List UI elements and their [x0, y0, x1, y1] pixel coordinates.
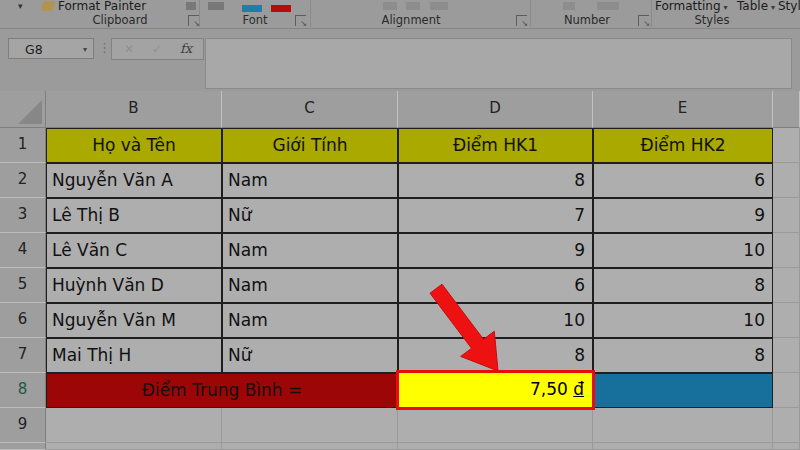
cell-F4[interactable] [773, 233, 800, 268]
cell-D2[interactable]: 8 [398, 163, 593, 198]
cell-C7[interactable]: Nữ [222, 338, 398, 373]
cell-B5[interactable]: Huỳnh Văn D [46, 268, 222, 303]
cell-E5[interactable]: 8 [593, 268, 773, 303]
cell-B3[interactable]: Lê Thị B [46, 198, 222, 233]
cell-C1[interactable]: Giới Tính [222, 128, 398, 163]
font-launcher-icon[interactable]: ↘ [295, 15, 306, 26]
cell-B1[interactable]: Họ và Tên [46, 128, 222, 163]
row-header-7[interactable]: 7 [0, 338, 46, 373]
number-launcher-icon[interactable]: ↘ [638, 15, 649, 26]
cell-F9[interactable] [773, 408, 800, 443]
formula-bar-input[interactable] [205, 38, 792, 89]
cell-B6[interactable]: Nguyễn Văn M [46, 303, 222, 338]
cell-C5[interactable]: Nam [222, 268, 398, 303]
cell-D3[interactable]: 7 [398, 198, 593, 233]
paste-dropdown-icon[interactable]: ▾ [18, 1, 23, 11]
cell-F7[interactable] [773, 338, 800, 373]
cell-B2[interactable]: Nguyễn Văn A [46, 163, 222, 198]
align-center-icon[interactable] [406, 2, 420, 10]
row-header-4[interactable]: 4 [0, 233, 46, 268]
group-divider [199, 0, 200, 27]
row-header-3[interactable]: 3 [0, 198, 46, 233]
formula-bar-grip-icon[interactable]: ⋮ [98, 40, 111, 55]
cell-D6[interactable]: 10 [398, 303, 593, 338]
cell-E7[interactable]: 8 [593, 338, 773, 373]
cell-C9[interactable] [222, 408, 398, 443]
cell-C2[interactable]: Nam [222, 163, 398, 198]
cell-C4[interactable]: Nam [222, 233, 398, 268]
cell-D4[interactable]: 9 [398, 233, 593, 268]
ribbon: ▾ Format Painter Formatting▾ Table▾ Styl… [0, 0, 800, 29]
select-all-button[interactable] [0, 91, 46, 128]
row-header-6[interactable]: 6 [0, 303, 46, 338]
cell-B7[interactable]: Mai Thị H [46, 338, 222, 373]
cell-F5[interactable] [773, 268, 800, 303]
cell-F2[interactable] [773, 163, 800, 198]
underline-icon[interactable] [208, 2, 224, 10]
average-value: 7,50 [530, 379, 568, 399]
row-header-9[interactable]: 9 [0, 408, 46, 443]
merge-center-icon[interactable] [430, 2, 448, 10]
launcher-arrow-icon: ↘ [521, 20, 528, 28]
cell-E2[interactable]: 6 [593, 163, 773, 198]
clipboard-launcher-icon[interactable]: ↘ [188, 15, 199, 26]
format-painter-button[interactable]: Format Painter [58, 0, 146, 13]
name-box-value: G8 [25, 42, 43, 57]
cell-F1[interactable] [773, 128, 800, 163]
cell-F8[interactable] [773, 373, 800, 408]
cell-F10[interactable] [773, 443, 800, 450]
cell-F6[interactable] [773, 303, 800, 338]
name-box[interactable]: G8 ▾ [8, 38, 94, 59]
font-color-icon[interactable] [271, 5, 291, 12]
cell-E8[interactable] [593, 373, 773, 408]
cell-E6[interactable]: 10 [593, 303, 773, 338]
col-header-B[interactable]: B [46, 91, 222, 128]
chevron-down-icon[interactable]: ▾ [83, 39, 87, 60]
format-as-table-button[interactable]: Table▾ [737, 0, 775, 13]
row-header-2[interactable]: 2 [0, 163, 46, 198]
cell-D1[interactable]: Điểm HK1 [398, 128, 593, 163]
col-header-E[interactable]: E [593, 91, 773, 128]
col-header-D[interactable]: D [398, 91, 593, 128]
cell-D8-result[interactable]: 7,50 đ [396, 370, 595, 410]
cell-C6[interactable]: Nam [222, 303, 398, 338]
cell-F3[interactable] [773, 198, 800, 233]
cell-E9[interactable] [593, 408, 773, 443]
align-left-icon[interactable] [383, 2, 397, 10]
border-icon[interactable] [186, 2, 196, 10]
cell-E3[interactable]: 9 [593, 198, 773, 233]
cell-styles-button[interactable]: Styles▾ [778, 0, 800, 13]
cell-D5[interactable]: 6 [398, 268, 593, 303]
cell-B8-merged-label[interactable]: Điểm Trung Bình = [46, 373, 398, 408]
cell-E4[interactable]: 10 [593, 233, 773, 268]
cell-C10[interactable] [222, 443, 398, 450]
cell-D9[interactable] [398, 408, 593, 443]
chevron-down-icon: ▾ [724, 3, 728, 12]
group-divider [530, 0, 531, 27]
conditional-formatting-button[interactable]: Formatting▾ [655, 0, 728, 13]
cell-B10[interactable] [46, 443, 222, 450]
alignment-launcher-icon[interactable]: ↘ [516, 15, 527, 26]
fill-color-icon[interactable] [242, 5, 262, 12]
percent-icon[interactable] [563, 2, 575, 10]
cell-E10[interactable] [593, 443, 773, 450]
number-group-label: Number [547, 13, 627, 27]
cell-B9[interactable] [46, 408, 222, 443]
cancel-icon[interactable]: ✕ [124, 42, 134, 56]
col-header-partial[interactable] [773, 91, 800, 128]
cell-E1[interactable]: Điểm HK2 [593, 128, 773, 163]
cell-D7[interactable]: 8 [398, 338, 593, 373]
cell-C3[interactable]: Nữ [222, 198, 398, 233]
row-header-5[interactable]: 5 [0, 268, 46, 303]
enter-icon[interactable]: ✓ [152, 42, 162, 56]
font-group-label: Font [215, 13, 295, 27]
col-header-C[interactable]: C [222, 91, 398, 128]
comma-icon[interactable] [597, 2, 619, 10]
insert-function-icon[interactable]: fx [180, 41, 192, 56]
excel-window: ▾ Format Painter Formatting▾ Table▾ Styl… [0, 0, 800, 450]
row-header-8[interactable]: 8 [0, 373, 46, 408]
row-header-1[interactable]: 1 [0, 128, 46, 163]
cell-D10[interactable] [398, 443, 593, 450]
cell-B4[interactable]: Lê Văn C [46, 233, 222, 268]
row-header-partial[interactable] [0, 443, 46, 450]
